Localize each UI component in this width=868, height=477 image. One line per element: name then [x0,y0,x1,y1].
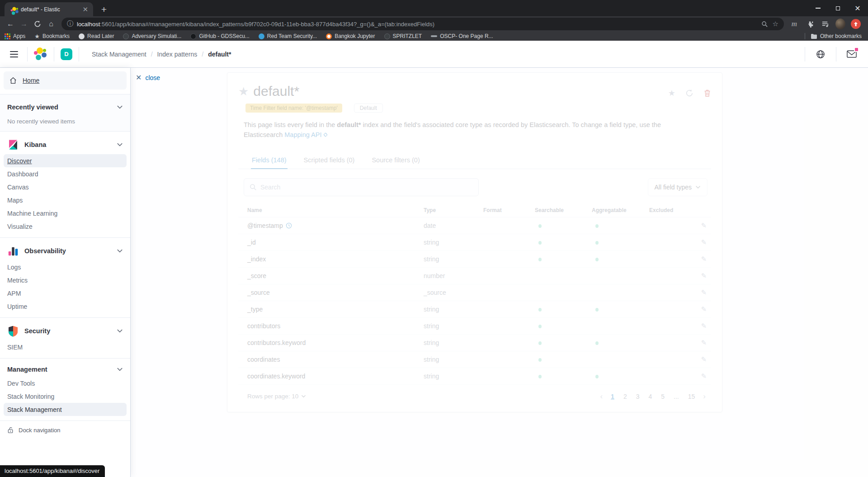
folder-icon [811,33,817,39]
bookmark-oscp[interactable]: OSCP- One Page R... [431,33,493,39]
security-logo [7,325,19,337]
bookmark-read-later[interactable]: Read Later [79,33,114,39]
chevron-down-icon[interactable] [117,248,123,254]
bookmark-jupyter[interactable]: Bangkok Jupyter [326,33,375,39]
sidebar-item-dashboard[interactable]: Dashboard [4,167,127,180]
sidebar-item-uptime[interactable]: Uptime [4,300,127,313]
maximize-icon[interactable] [831,2,844,14]
site-favicon [123,33,129,39]
chevron-down-icon[interactable] [117,142,123,148]
sidebar-item-machine-learning[interactable]: Machine Learning [4,207,127,220]
bookmark-redteam[interactable]: Red Team Security... [259,33,317,39]
nav-group-kibana: Kibana Discover Dashboard Canvas Maps Ma… [0,131,130,237]
url-bar[interactable]: ⓘ localhost:5601/app/kibana#/management/… [61,18,784,30]
globe-icon[interactable] [811,45,830,63]
sidebar-item-metrics[interactable]: Metrics [4,274,127,287]
kibana-header: D Stack Management / Index patterns / de… [0,41,868,68]
bookmark-star-icon[interactable]: ☆ [773,20,778,28]
url-text: localhost:5601/app/kibana#/management/ki… [77,21,757,28]
nav-menu-icon[interactable] [7,48,21,60]
search-url-icon[interactable] [761,21,768,28]
space-badge[interactable]: D [61,48,72,60]
dock-navigation-button[interactable]: Dock navigation [0,420,130,439]
home-icon[interactable]: ⌂ [45,18,57,30]
sidebar-item-stack-management[interactable]: Stack Management [4,403,127,416]
jupyter-favicon [326,33,332,39]
breadcrumb-current: default* [208,51,231,58]
nav-group-observability: Observability Logs Metrics APM Uptime [0,237,130,317]
bookmark-github[interactable]: GitHub - GDSSecu... [190,33,249,39]
bookmarks-separator [805,33,805,39]
browser-tab[interactable]: default* - Elastic ✕ [5,2,93,16]
new-tab-button[interactable]: + [98,3,110,16]
sidebar-item-canvas[interactable]: Canvas [4,180,127,194]
clock-favicon [79,33,85,39]
github-favicon [190,33,196,39]
sidebar-item-maps[interactable]: Maps [4,194,127,207]
recently-viewed-title: Recently viewed [7,104,111,111]
sidebar-item-dev-tools[interactable]: Dev Tools [4,377,127,390]
nav-sidebar: Home Recently viewed No recently viewed … [0,68,131,477]
recently-viewed-empty: No recently viewed items [0,114,130,125]
nav-group-management: Management Dev Tools Stack Monitoring St… [0,358,130,420]
elastic-favicon [10,7,15,12]
tab-title: default* - Elastic [21,6,81,13]
close-icon: ✕ [136,73,142,82]
chevron-down-icon[interactable] [117,104,123,110]
chrome-update-button[interactable] [851,19,861,29]
minimize-icon[interactable] [811,2,825,14]
bookmark-apps[interactable]: Apps [5,33,25,39]
other-bookmarks-button[interactable]: Other bookmarks [811,33,862,39]
tab-close-icon[interactable]: ✕ [81,6,90,13]
lock-icon [7,426,14,434]
site-favicon [259,33,264,39]
extension-m-icon[interactable]: m [789,19,799,29]
screen: default* - Elastic ✕ + ✕ ← → ⌂ ⓘ localho… [0,0,868,477]
sidebar-item-logs[interactable]: Logs [4,260,127,274]
bookmark-adversary[interactable]: Adversary Simulati... [123,33,181,39]
notification-badge [854,47,859,52]
site-favicon [384,33,390,39]
sidebar-item-home[interactable]: Home [4,71,127,90]
nav-close-button[interactable]: ✕ close [136,73,160,82]
sidebar-item-discover[interactable]: Discover [4,154,127,167]
profile-avatar[interactable] [835,19,845,29]
extensions-puzzle-icon[interactable] [805,19,815,29]
window-controls: ✕ [811,0,864,16]
sidebar-item-visualize[interactable]: Visualize [4,220,127,233]
back-icon[interactable]: ← [5,18,16,30]
sidebar-item-apm[interactable]: APM [4,287,127,300]
forward-icon[interactable]: → [18,18,30,30]
browser-toolbar: ← → ⌂ ⓘ localhost:5601/app/kibana#/manag… [0,16,868,32]
page-body: ★ ★ default* Time Filter field name: '@t… [0,68,868,477]
star-icon: ★ [34,33,40,40]
nav-group-security: Security SIEM [0,317,130,358]
bookmarks-bar: Apps ★Bookmarks Read Later Adversary Sim… [0,32,868,41]
home-icon [9,76,17,85]
recently-viewed-section: Recently viewed No recently viewed items [0,94,130,131]
apps-grid-icon [5,33,10,39]
breadcrumb-stack-management[interactable]: Stack Management [92,51,146,58]
reload-icon[interactable] [32,18,43,30]
sidebar-item-stack-monitoring[interactable]: Stack Monitoring [4,390,127,403]
site-info-icon[interactable]: ⓘ [67,20,73,28]
kibana-logo [7,139,19,151]
elastic-logo[interactable] [34,47,47,61]
chevron-down-icon[interactable] [117,366,123,373]
playlist-icon[interactable] [820,19,830,29]
dash-favicon [431,35,437,37]
newsfeed-icon[interactable] [843,45,861,63]
bookmark-spritzlet[interactable]: SPRITZLET [384,33,422,39]
tab-strip: default* - Elastic ✕ + ✕ [0,0,868,16]
window-close-icon[interactable]: ✕ [851,2,864,14]
breadcrumb: Stack Management / Index patterns / defa… [92,51,231,58]
breadcrumb-index-patterns[interactable]: Index patterns [157,51,198,58]
chevron-down-icon[interactable] [117,328,123,334]
bookmark-bookmarks[interactable]: ★Bookmarks [34,33,70,40]
status-tooltip: localhost:5601/app/kibana#/discover [0,465,105,477]
observability-logo [7,245,19,257]
sidebar-item-siem[interactable]: SIEM [4,340,127,354]
